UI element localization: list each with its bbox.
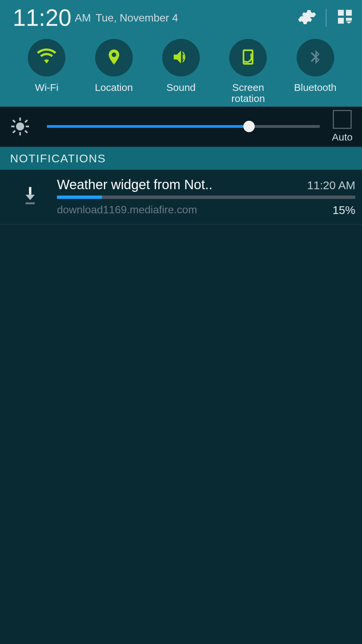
slider-thumb[interactable] (243, 121, 255, 132)
toggle-bluetooth[interactable]: Bluetooth (288, 39, 343, 104)
svg-rect-1 (346, 10, 352, 15)
toggle-label: Location (95, 82, 133, 93)
clock-ampm: AM (75, 12, 91, 24)
brightness-slider[interactable] (47, 125, 320, 128)
toggle-wifi[interactable]: Wi-Fi (19, 39, 74, 104)
toggle-location[interactable]: Location (87, 39, 141, 104)
brightness-icon (9, 117, 31, 136)
svg-rect-6 (19, 132, 21, 136)
svg-rect-7 (11, 126, 14, 127)
svg-rect-14 (25, 202, 35, 204)
rotation-icon (239, 48, 257, 67)
sound-icon (171, 47, 191, 68)
svg-rect-9 (12, 119, 16, 123)
toggle-label: Sound (167, 82, 196, 93)
notification-percent: 15% (333, 204, 355, 217)
wifi-icon (37, 47, 56, 68)
status-bar-top: 11:20 AM Tue, November 4 (7, 3, 355, 33)
download-icon (21, 185, 40, 208)
grid-icon (337, 8, 354, 27)
svg-rect-2 (338, 18, 344, 23)
download-progress-bar (57, 196, 355, 199)
toggle-rotation[interactable]: Screen rotation (221, 39, 275, 104)
gear-icon (298, 8, 316, 28)
svg-rect-0 (338, 10, 344, 15)
notification-item[interactable]: Weather widget from Not.. 11:20 AM downl… (0, 170, 362, 224)
notification-time: 11:20 AM (307, 179, 355, 192)
clock-time: 11:20 (13, 4, 71, 31)
toggle-label: Screen rotation (221, 82, 275, 104)
toggle-label: Wi-Fi (35, 82, 58, 93)
location-icon (105, 48, 123, 67)
notification-subtitle: download1169.mediafire.com (57, 204, 333, 217)
bluetooth-icon (307, 49, 324, 67)
settings-button[interactable] (297, 8, 317, 28)
panel-layout-button[interactable] (335, 8, 355, 28)
toggle-label: Bluetooth (294, 82, 337, 93)
auto-brightness-checkbox[interactable] (333, 110, 352, 129)
notification-title: Weather widget from Not.. (57, 177, 302, 192)
clock-date: Tue, November 4 (96, 12, 178, 24)
svg-rect-10 (24, 130, 28, 133)
toggle-sound[interactable]: Sound (154, 39, 208, 104)
svg-rect-8 (26, 126, 29, 127)
auto-brightness-label: Auto (332, 131, 353, 143)
svg-rect-12 (24, 119, 28, 123)
notifications-header: NOTIFICATIONS (0, 147, 362, 170)
svg-rect-5 (19, 117, 21, 121)
svg-rect-13 (29, 187, 32, 195)
svg-point-4 (16, 122, 24, 130)
quick-toggles-row: Wi-Fi Location Sound Sc (7, 39, 355, 104)
brightness-row: Auto (0, 107, 362, 147)
svg-rect-11 (12, 130, 16, 133)
divider (326, 9, 326, 27)
